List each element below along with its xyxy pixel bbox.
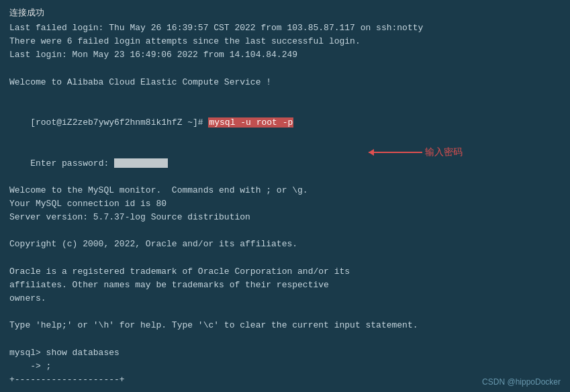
server-version-line: Server version: 5.7.37-log Source distri… (9, 211, 561, 224)
blank6 (9, 332, 561, 346)
failed-attempts-line: There were 6 failed login attempts since… (9, 35, 561, 48)
blank1 (9, 62, 561, 76)
welcome-mysql-line: Welcome to the MySQL monitor. Commands e… (9, 184, 561, 197)
welcome-line: Welcome to Alibaba Cloud Elastic Compute… (9, 76, 561, 89)
prompt-text: [root@iZ2zeb7ywy6f2hnm8ik1hfZ ~]# (30, 117, 208, 128)
last-login-line: Last login: Mon May 23 16:49:06 2022 fro… (9, 48, 561, 62)
enter-password-line: Enter password: (9, 143, 561, 183)
command-text: mysql -u root -p (208, 117, 293, 128)
mysql-arrow-line: -> ; (9, 360, 561, 373)
password-input-box (114, 158, 168, 168)
oracle-line1: Oracle is a registered trademark of Orac… (9, 265, 561, 279)
watermark: CSDN @hippoDocker (482, 377, 561, 387)
type-help-line: Type 'help;' or '\h' for help. Type '\c'… (9, 319, 561, 332)
separator-line: +--------------------+ (9, 373, 561, 387)
annotation-text: 输入密码 (425, 146, 463, 158)
blank3 (9, 224, 561, 238)
copyright-line: Copyright (c) 2000, 2022, Oracle and/or … (9, 238, 561, 251)
oracle-line2: affiliates. Other names may be trademark… (9, 279, 561, 292)
failed-login-line: Last failed login: Thu May 26 16:39:57 C… (9, 21, 561, 35)
terminal: 连接成功 Last failed login: Thu May 26 16:39… (0, 0, 570, 392)
prompt-command-line: [root@iZ2zeb7ywy6f2hnm8ik1hfZ ~]# mysql … (9, 103, 561, 143)
title-line: 连接成功 (9, 7, 561, 20)
mysql-cmd-line: mysql> show databases (9, 346, 561, 360)
oracle-line3: owners. (9, 292, 561, 305)
connection-id-line: Your MySQL connection id is 80 (9, 197, 561, 211)
blank5 (9, 305, 561, 319)
arrow-line (369, 152, 422, 153)
blank2 (9, 89, 561, 103)
annotation-arrow: 输入密码 (369, 146, 463, 158)
enter-password-label: Enter password: (30, 158, 114, 168)
blank4 (9, 252, 561, 265)
